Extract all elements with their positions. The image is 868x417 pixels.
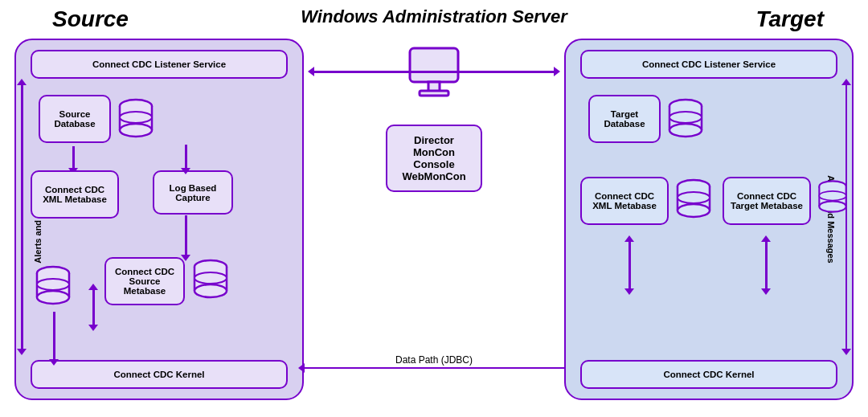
- source-panel: Alerts and Messages Connect CDC Listener…: [14, 39, 304, 400]
- source-cdc-source-metabase-box: Connect CDC Source Metabase: [104, 257, 185, 305]
- svg-rect-36: [410, 48, 458, 82]
- svg-point-5: [120, 124, 152, 137]
- target-cdc-kernel-box: Connect CDC Kernel: [580, 360, 837, 389]
- svg-point-28: [678, 192, 710, 203]
- arrow-double-src-metabase: [92, 289, 95, 325]
- target-db-icon: [666, 98, 705, 146]
- source-cdc-xml-metabase-box: Connect CDC XML Metabase: [31, 170, 119, 219]
- svg-point-23: [669, 124, 702, 137]
- windows-admin-title: Windows Administration Server: [301, 6, 567, 27]
- svg-point-4: [120, 112, 152, 123]
- data-path-label: Data Path (JDBC): [395, 354, 473, 366]
- arrow-logcapture-down: [185, 215, 187, 256]
- arrow-src-standalone-down: [53, 312, 55, 360]
- target-panel: Alerts and Messages Connect CDC Listener…: [564, 39, 854, 400]
- svg-point-34: [819, 191, 845, 201]
- source-database-box: Source Database: [39, 95, 111, 143]
- target-title: Target: [755, 6, 824, 32]
- svg-point-22: [669, 112, 702, 123]
- arrow-target-right-main: [845, 84, 848, 350]
- svg-point-35: [819, 201, 845, 211]
- target-cdc-target-metabase-box: Connect CDC Target Metabase: [723, 177, 811, 225]
- target-cdc-xml-metabase-box: Connect CDC XML Metabase: [580, 177, 669, 225]
- monitor-icon: [402, 44, 466, 112]
- svg-point-29: [678, 204, 710, 217]
- source-standalone-db-icon: [34, 265, 72, 313]
- source-title: Source: [52, 6, 129, 32]
- target-database-box: Target Database: [588, 95, 661, 143]
- target-cdc-listener-box: Connect CDC Listener Service: [580, 50, 837, 79]
- source-db-icon: [117, 98, 155, 146]
- source-metabase-db-icon: [191, 259, 230, 307]
- target-metabase-db-icon: [817, 178, 849, 222]
- log-based-capture-box: Log Based Capture: [153, 170, 233, 215]
- arrow-target-xml-double: [628, 241, 631, 289]
- svg-point-10: [37, 279, 69, 290]
- svg-point-16: [194, 272, 227, 284]
- svg-point-17: [194, 284, 227, 297]
- svg-rect-38: [420, 91, 448, 96]
- arrow-source-left-main: [21, 84, 23, 350]
- source-cdc-kernel-box: Connect CDC Kernel: [31, 360, 288, 389]
- target-xml-metabase-db-icon: [674, 178, 713, 227]
- arrow-src-db-to-xml: [72, 146, 75, 169]
- main-container: Source Windows Administration Server Tar…: [0, 0, 868, 417]
- svg-point-11: [37, 291, 69, 304]
- source-cdc-listener-box: Connect CDC Listener Service: [31, 50, 288, 79]
- arrow-target-meta-double: [765, 241, 768, 289]
- director-console-box: Director MonCon Console WebMonCon: [386, 125, 482, 192]
- arrow-monitor-to-target: [394, 71, 555, 73]
- data-path-line: [304, 367, 564, 370]
- arrow-src-to-logcapture: [185, 145, 187, 169]
